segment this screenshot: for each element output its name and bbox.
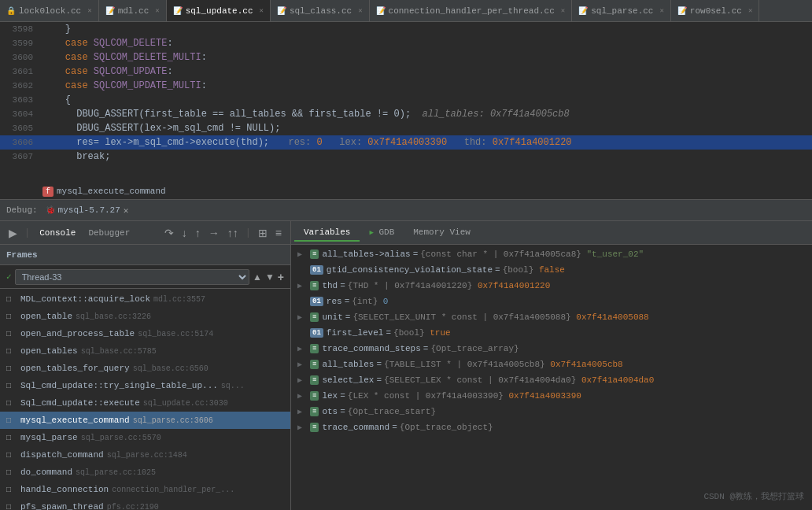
frame-item-8[interactable]: □mysql_parse sql_parse.cc:5570 [0,429,290,446]
frame-item-0[interactable]: □MDL_context::acquire_lock mdl.cc:3557 [0,290,290,308]
var-item-7[interactable]: ▶≡all_tables = {TABLE_LIST * | 0x7f41a40… [291,357,812,372]
var-item-0[interactable]: ▶≡all_tables->alias = {const char * | 0x… [291,246,812,262]
var-expand-6[interactable]: ▶ [297,344,308,353]
var-expand-4[interactable]: ▶ [297,312,308,322]
line-number: 3598 [0,24,39,34]
var-name-1: gtid_consistency_violation_state [327,265,493,275]
step-over-btn[interactable]: ↷ [162,225,176,241]
frame-name-4: open_tables_for_query [20,364,130,373]
var-type-2: ≡ [310,281,319,290]
frame-item-12[interactable]: □pfs_spawn_thread pfs.cc:2190 [0,498,290,510]
debug-close-btn[interactable]: ✕ [124,205,129,216]
frame-item-6[interactable]: □Sql_cmd_update::execute sql_update.cc:3… [0,394,290,412]
tab-memory[interactable]: Memory View [404,224,480,242]
var-eq-4: = [345,312,351,322]
tab-connection_handler[interactable]: 📝connection_handler_per_thread.cc✕ [370,0,573,21]
debug-label: Debug: [6,205,38,215]
var-eq-7: = [376,360,382,369]
tab-variables[interactable]: Variables [294,224,360,242]
var-item-9[interactable]: ▶≡lex = {LEX * const | 0x7f41a4003390} 0… [291,388,812,404]
frame-name-7: mysql_execute_command [20,416,130,425]
var-name-4: unit [322,312,342,322]
tab-close-connection_handler[interactable]: ✕ [561,6,565,15]
var-val-11: {Opt_trace_object} [400,423,493,432]
tab-sql_update[interactable]: 📝sql_update.cc✕ [167,0,271,21]
step-into-btn[interactable]: ↓ [179,225,190,241]
tab-console[interactable]: Console [35,227,80,239]
var-name-3: res [327,297,342,306]
var-expand-2[interactable]: ▶ [297,281,308,290]
var-eq-9: = [340,391,345,401]
frames-view-btn[interactable]: ⊞ [256,225,270,241]
var-item-4[interactable]: ▶≡unit = {SELECT_LEX_UNIT * const | 0x7f… [291,309,812,325]
tab-close-sql_parse[interactable]: ✕ [659,6,663,15]
frame-item-2[interactable]: □open_and_process_table sql_base.cc:5174 [0,325,290,342]
var-expand-10[interactable]: ▶ [297,407,308,416]
code-line-3598: 3598 } [0,22,812,36]
code-line-3607: 3607 break; [0,150,812,164]
var-item-11[interactable]: ▶≡trace_command = {Opt_trace_object} [291,419,812,435]
tab-sql_parse[interactable]: 📝sql_parse.cc✕ [572,0,671,21]
frame-item-7[interactable]: □mysql_execute_command sql_parse.cc:3606 [0,412,290,429]
frame-name-1: open_table [20,312,72,321]
frame-item-11[interactable]: □handle_connection connection_handler_pe… [0,481,290,498]
thread-select[interactable]: Thread-33 [15,269,249,285]
var-item-5[interactable]: 01first_level = {bool} true [291,325,812,341]
tab-lock0lock[interactable]: 🔒lock0lock.cc✕ [0,0,99,21]
var-expand-0[interactable]: ▶ [297,249,308,259]
var-item-8[interactable]: ▶≡select_lex = {SELECT_LEX * const | 0x7… [291,372,812,388]
tab-close-sql_update[interactable]: ✕ [260,6,264,15]
var-val-0: {const char * | 0x7f41a4005ca8} "t_user_… [420,249,644,259]
var-item-3[interactable]: 01res = {int} 0 [291,294,812,309]
var-name-10: ots [322,407,338,416]
var-eq-0: = [413,249,419,259]
var-expand-7[interactable]: ▶ [297,360,308,369]
frame-icon-2: □ [6,330,17,338]
var-expand-8[interactable]: ▶ [297,375,308,385]
code-lines: 3598 }3599 case SQLCOM_DELETE:3600 case … [0,22,812,183]
frame-loc-2: sql_base.cc:5174 [138,330,213,338]
tab-gdb[interactable]: ▶ GDB [360,224,404,242]
var-item-1[interactable]: 01gtid_consistency_violation_state = {bo… [291,262,812,278]
tab-mdl[interactable]: 📝mdl.cc✕ [99,0,167,21]
frame-icon-5: □ [6,382,17,390]
tab-sql_class[interactable]: 📝sql_class.cc✕ [271,0,370,21]
var-val-4: {SELECT_LEX_UNIT * const | 0x7f41a400508… [352,312,648,322]
frame-item-5[interactable]: □Sql_cmd_update::try_single_table_up... … [0,377,290,394]
var-item-2[interactable]: ▶≡thd = {THD * | 0x7f41a4001220} 0x7f41a… [291,278,812,294]
frame-item-3[interactable]: □open_tables sql_base.cc:5785 [0,342,290,360]
var-name-11: trace_command [322,423,389,432]
tab-row0sel[interactable]: 📝row0sel.cc✕ [671,0,759,21]
line-content: { [39,94,812,105]
frame-item-1[interactable]: □open_table sql_base.cc:3226 [0,308,290,325]
debug-session-name[interactable]: mysql-5.7.27 [58,205,120,215]
var-type-0: ≡ [310,249,319,259]
tab-debugger[interactable]: Debugger [83,227,135,239]
frame-icon-0: □ [6,295,17,304]
line-number: 3603 [0,95,39,105]
frames-toolbar: ▶ | Console Debugger ↷ ↓ ↑ → ↑↑ | ⊞ ≡ [0,221,290,245]
thread-down-btn[interactable]: ▼ [265,272,275,283]
frame-item-4[interactable]: □open_tables_for_query sql_base.cc:6560 [0,360,290,377]
var-expand-11[interactable]: ▶ [297,423,308,432]
tab-close-sql_class[interactable]: ✕ [358,6,362,15]
var-expand-9[interactable]: ▶ [297,391,308,401]
tab-close-lock0lock[interactable]: ✕ [87,6,91,15]
vars-view-btn[interactable]: ≡ [273,225,284,241]
frame-item-10[interactable]: □do_command sql_parse.cc:1025 [0,464,290,481]
run-cursor-btn[interactable]: → [206,225,222,241]
code-line-3604: 3604 DBUG_ASSERT(first_table == all_tabl… [0,107,812,121]
var-name-6: trace_command_steps [322,344,420,353]
thread-up-btn[interactable]: ▲ [253,272,262,283]
tab-close-row0sel[interactable]: ✕ [748,6,752,15]
var-item-10[interactable]: ▶≡ots = {Opt_trace_start} [291,404,812,419]
var-item-6[interactable]: ▶≡trace_command_steps = {Opt_trace_array… [291,341,812,357]
resume-btn[interactable]: ▶ [6,225,20,241]
tab-close-mdl[interactable]: ✕ [155,6,159,15]
add-frame-btn[interactable]: + [278,271,284,283]
step-out-btn[interactable]: ↑ [193,225,203,241]
step-out2-btn[interactable]: ↑↑ [225,225,241,241]
frame-item-9[interactable]: □dispatch_command sql_parse.cc:1484 [0,446,290,464]
tab-icon-sql_class: 📝 [277,6,286,16]
var-val-10: {Opt_trace_start} [348,407,436,416]
